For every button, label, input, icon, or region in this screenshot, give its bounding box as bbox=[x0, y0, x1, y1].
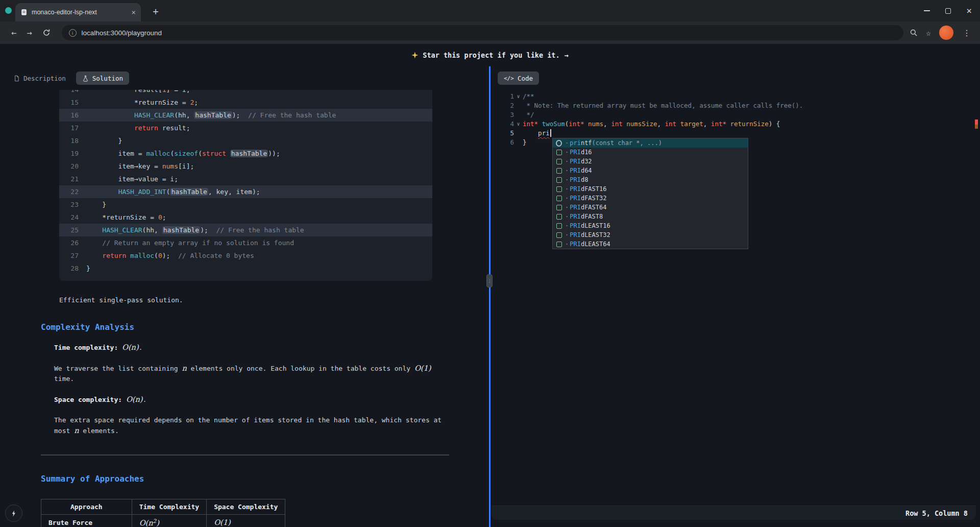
code-text: result[1] = i; bbox=[86, 90, 190, 96]
text-token: ) bbox=[156, 519, 159, 527]
suggestion-item[interactable]: printf(const char *, ...) bbox=[553, 138, 748, 148]
text-token: ; bbox=[162, 213, 166, 221]
suggestion-label: PRId8 bbox=[565, 176, 588, 183]
text-token: O(n bbox=[139, 519, 153, 527]
code-line: 22 HASH_ADD_INT(hashTable, key, item); bbox=[59, 185, 432, 198]
fold-chevron-icon[interactable]: ∨ bbox=[514, 119, 523, 129]
promo-banner: Star this project if you like it. → bbox=[0, 44, 980, 66]
constant-suggestion-icon bbox=[556, 158, 562, 164]
site-info-icon[interactable]: i bbox=[69, 29, 77, 37]
text-token: return bbox=[102, 252, 126, 259]
code-text: *returnSize = 2; bbox=[86, 96, 198, 109]
text-token: ); bbox=[200, 226, 208, 234]
text-token: ( bbox=[198, 150, 202, 157]
close-button[interactable]: × bbox=[966, 6, 972, 15]
code-line: 19 item = malloc(sizeof(struct hashTable… bbox=[59, 147, 432, 160]
text-token: *returnSize = bbox=[86, 213, 158, 221]
text-token: } bbox=[523, 138, 527, 146]
code-text: HASH_CLEAR(hh, hashTable); // Free the h… bbox=[86, 224, 304, 236]
text-token: nums bbox=[588, 120, 603, 128]
avatar[interactable] bbox=[939, 26, 953, 40]
title-bar: monaco-editor-lsp-next × + × bbox=[0, 0, 980, 21]
suggestion-item[interactable]: PRIdFAST32 bbox=[553, 194, 748, 203]
tab-code[interactable]: </> Code bbox=[498, 71, 539, 85]
line-number: 19 bbox=[59, 147, 79, 160]
reload-button[interactable] bbox=[37, 29, 56, 37]
suggestion-item[interactable]: PRIdFAST64 bbox=[553, 203, 748, 212]
code-text: item→key = nums[i]; bbox=[86, 160, 194, 173]
table-cell: O(n2) bbox=[132, 515, 206, 527]
editor-line: 3 */ bbox=[500, 110, 980, 119]
solution-scroll-area[interactable]: 14 result[1] = i;15 *returnSize = 2;16 H… bbox=[0, 90, 489, 527]
browser-tab[interactable]: monaco-editor-lsp-next × bbox=[15, 3, 141, 21]
suggestion-item[interactable]: PRId64 bbox=[553, 166, 748, 175]
text-token: Brute Force bbox=[48, 519, 92, 526]
text-token: n bbox=[182, 364, 186, 372]
minimize-button[interactable] bbox=[924, 10, 930, 11]
table-header-cell: Time Complexity bbox=[132, 499, 206, 515]
suggestion-item[interactable]: PRIdFAST16 bbox=[553, 184, 748, 194]
text-token: (hh, bbox=[142, 226, 162, 234]
window-controls: × bbox=[924, 0, 972, 21]
suggestion-item[interactable]: PRIdFAST8 bbox=[553, 212, 748, 221]
code-line: 25 HASH_CLEAR(hh, hashTable); // Free th… bbox=[59, 224, 432, 236]
maximize-button[interactable] bbox=[945, 8, 951, 14]
table-row: Brute ForceO(n2)O(1) bbox=[41, 515, 285, 527]
suggestion-label: printf(const char *, ...) bbox=[565, 139, 662, 147]
text-token bbox=[86, 226, 102, 234]
suggest-list: printf(const char *, ...)PRId16PRId32PRI… bbox=[553, 138, 748, 249]
code-line: 15 *returnSize = 2; bbox=[59, 96, 432, 109]
bookmark-star-icon[interactable]: ☆ bbox=[926, 28, 931, 38]
new-tab-button[interactable]: + bbox=[149, 5, 162, 18]
text-token: target bbox=[680, 120, 703, 128]
quick-actions-button[interactable] bbox=[5, 505, 22, 522]
tab-title: monaco-editor-lsp-next bbox=[32, 9, 128, 16]
text-token: Efficient single-pass solution. bbox=[59, 296, 183, 304]
text-token: elements only once. Each lookup in the t… bbox=[187, 365, 414, 372]
content: Description Solution 14 result[1] = i;15… bbox=[0, 66, 980, 527]
suggestion-item[interactable]: PRId16 bbox=[553, 148, 748, 157]
favicon-icon bbox=[20, 9, 28, 16]
suggestion-label: PRIdLEAST64 bbox=[565, 241, 610, 248]
code-text: item = malloc(sizeof(struct hashTable)); bbox=[86, 147, 280, 160]
text-token: ); bbox=[232, 111, 240, 119]
banner-arrow-icon[interactable]: → bbox=[565, 51, 569, 59]
editor-line: 5 pri bbox=[500, 129, 980, 138]
text-token: // Allocate 0 bytes bbox=[170, 252, 254, 259]
text-token: // Return an empty array if no solution … bbox=[102, 239, 294, 247]
code-line: 16 HASH_CLEAR(hh, hashTable); // Free th… bbox=[59, 109, 432, 122]
forward-button[interactable]: → bbox=[21, 28, 37, 38]
sparkles-icon bbox=[411, 52, 418, 59]
menu-icon[interactable]: ⋮ bbox=[962, 28, 972, 38]
tab-description[interactable]: Description bbox=[7, 71, 72, 85]
suggest-widget: printf(const char *, ...)PRId16PRId32PRI… bbox=[552, 138, 748, 249]
url-bar[interactable]: i localhost:3000/playground bbox=[62, 25, 904, 40]
code-line: 18 } bbox=[59, 134, 432, 147]
line-number: 23 bbox=[59, 198, 79, 211]
suggestion-item[interactable]: PRId8 bbox=[553, 175, 748, 184]
suggestion-item[interactable]: PRIdLEAST16 bbox=[553, 221, 748, 230]
back-button[interactable]: ← bbox=[6, 28, 21, 38]
code-line: 21 item→value = i; bbox=[59, 173, 432, 185]
text-token: malloc bbox=[146, 150, 170, 157]
suggestion-item[interactable]: PRIdLEAST32 bbox=[553, 230, 748, 239]
table-header-cell: Space Complexity bbox=[207, 499, 285, 515]
tab-solution[interactable]: Solution bbox=[76, 71, 129, 85]
text-token: twoSum bbox=[542, 120, 565, 128]
zoom-icon[interactable] bbox=[910, 29, 918, 37]
text-token: 0 bbox=[158, 213, 162, 221]
tab-close-icon[interactable]: × bbox=[132, 9, 136, 16]
text-token: O(n) bbox=[126, 395, 143, 403]
code-text: HASH_ADD_INT(hashTable, key, item); bbox=[86, 185, 260, 198]
suggestion-item[interactable]: PRIdLEAST64 bbox=[553, 239, 748, 249]
text-token: . bbox=[139, 344, 143, 351]
suggestion-item[interactable]: PRId32 bbox=[553, 157, 748, 166]
code-text: pri bbox=[523, 129, 551, 138]
right-panel-tabs: </> Code bbox=[491, 66, 980, 90]
text-token bbox=[538, 120, 542, 128]
fold-chevron-icon[interactable]: ∨ bbox=[514, 92, 523, 101]
suggestion-label: PRIdFAST64 bbox=[565, 204, 607, 211]
overview-ruler bbox=[975, 119, 978, 129]
text-token: , bbox=[657, 120, 665, 128]
flask-icon bbox=[82, 75, 89, 82]
